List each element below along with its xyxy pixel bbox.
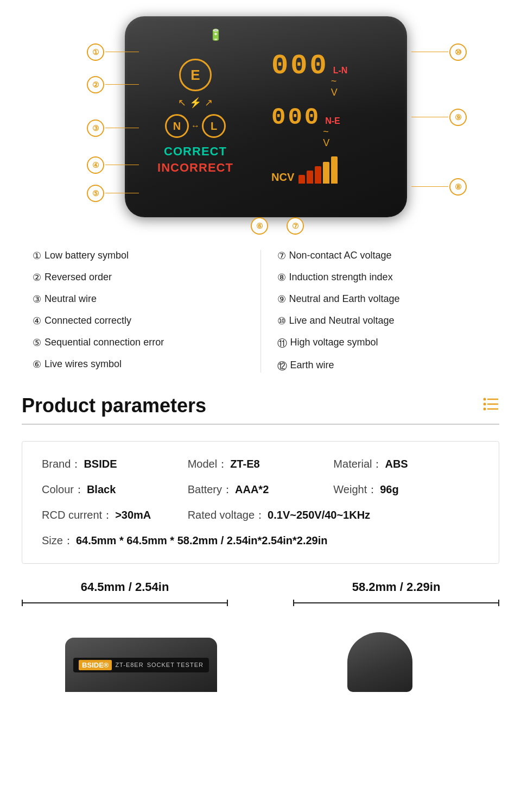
battery-value: AAA*2 [235, 483, 269, 496]
param-voltage: Rated voltage： 0.1V~250V/40~1KHz [188, 508, 479, 523]
label-item-7: ⑦ Non-contact AC voltage [277, 250, 489, 262]
label-num-10: ⑩ [277, 315, 286, 327]
bidirectional-arrow-icon: ↔ [191, 121, 200, 131]
diagram-section: 🔋 E ↖ ⚡ ↗ N ↔ [0, 0, 521, 244]
label-item-1: ① Low battery symbol [33, 250, 244, 262]
battery-label: Battery： [188, 482, 233, 497]
dim-line-right [294, 602, 498, 603]
size-value: 64.5mm * 64.5mm * 58.2mm / 2.54in*2.54in… [76, 534, 328, 547]
l-circle-icon: L [202, 114, 226, 138]
line-5 [105, 193, 139, 193]
brand-value: BSIDE [84, 458, 117, 470]
svg-point-4 [484, 403, 486, 406]
label-item-2: ② Reversed order [33, 272, 244, 284]
label-num-11: ⑪ [277, 337, 287, 350]
bar-2 [307, 171, 313, 184]
label-item-9: ⑨ Neutral and Earth voltage [277, 293, 489, 305]
voltage-ln-digits: 000 [271, 50, 329, 82]
arrow-upright-icon: ↗ [205, 97, 213, 109]
colour-value: Black [87, 483, 116, 496]
dim-block-left: 64.5mm / 2.54in [22, 580, 228, 610]
label-num-5: ⑤ [33, 337, 41, 349]
line-3 [105, 128, 139, 128]
param-model: Model： ZT-E8 [188, 457, 334, 471]
label-num-7: ⑦ [277, 250, 286, 262]
device-badge: BSIDE® ZT-E8ER SOCKET TESTER [73, 658, 209, 672]
weight-value: 96g [380, 483, 398, 496]
label-text-7: Non-contact AC voltage [289, 250, 392, 261]
rcd-label: RCD current： [42, 508, 113, 523]
voltage-label: Rated voltage： [188, 508, 265, 523]
param-weight: Weight： 96g [333, 482, 479, 497]
ne-label: N-E [325, 116, 340, 126]
material-label: Material： [333, 457, 383, 471]
param-battery: Battery： AAA*2 [188, 482, 334, 497]
label-text-2: Reversed order [45, 272, 112, 283]
weight-label: Weight： [333, 482, 378, 497]
device-body-left: BSIDE® ZT-E8ER SOCKET TESTER [65, 638, 217, 692]
line-10 [411, 52, 448, 52]
label-num-6: ⑥ [33, 358, 41, 370]
device-screen: 🔋 E ↖ ⚡ ↗ N ↔ [125, 16, 407, 217]
e-circle-icon: E [179, 59, 212, 91]
dim-arrow-right [293, 600, 499, 606]
brand-label: Brand： [42, 457, 81, 471]
label-text-4: Connected correctly [45, 315, 131, 326]
callout-2: ② [87, 76, 104, 93]
label-text-12: Earth wire [290, 360, 334, 371]
param-material: Material： ABS [333, 457, 479, 471]
lightning-icon: ⚡ [189, 97, 201, 109]
label-text-6: Live wires symbol [45, 358, 122, 370]
correct-text: CORRECT [164, 144, 227, 159]
label-num-3: ③ [33, 293, 41, 305]
params-row-3: RCD current： >30mA Rated voltage： 0.1V~2… [42, 508, 479, 523]
device-images: BSIDE® ZT-E8ER SOCKET TESTER [0, 616, 521, 692]
callout-4: ④ [87, 156, 104, 174]
labels-divider [260, 250, 261, 373]
callout-10: ⑩ [449, 43, 467, 61]
label-item-8: ⑧ Induction strength index [277, 272, 489, 284]
n-circle-icon: N [165, 114, 189, 138]
dim-label-right: 58.2mm / 2.29in [352, 580, 441, 594]
device-wrapper: 🔋 E ↖ ⚡ ↗ N ↔ [54, 11, 467, 239]
device-img-left: BSIDE® ZT-E8ER SOCKET TESTER [22, 616, 260, 692]
arrows-row: ↖ ⚡ ↗ [178, 97, 213, 109]
label-num-4: ④ [33, 315, 41, 327]
svg-point-5 [484, 408, 486, 411]
ln-label: L-N [333, 66, 348, 75]
voltage-ne-unit: ~V [323, 126, 329, 149]
label-item-10: ⑩ Live and Neutral voltage [277, 315, 489, 327]
l-label: L [211, 120, 217, 133]
badge-type: SOCKET TESTER [147, 662, 204, 668]
params-title: Product parameters [22, 394, 206, 417]
bar-4 [323, 162, 329, 184]
dim-label-left: 64.5mm / 2.54in [81, 580, 169, 594]
arrow-upleft-icon: ↖ [178, 97, 186, 109]
params-row-1: Brand： BSIDE Model： ZT-E8 Material： ABS [42, 457, 479, 471]
callout-7: ⑦ [287, 217, 304, 235]
ncv-text: NCV [271, 171, 294, 184]
param-size: Size： 64.5mm * 64.5mm * 58.2mm / 2.54in*… [42, 533, 479, 548]
incorrect-text: INCORRECT [157, 161, 233, 175]
label-item-4: ④ Connected correctly [33, 315, 244, 327]
label-text-8: Induction strength index [289, 272, 393, 283]
model-label: Model： [188, 457, 228, 471]
bar-3 [315, 166, 321, 184]
label-num-1: ① [33, 250, 41, 262]
params-grid: Brand： BSIDE Model： ZT-E8 Material： ABS … [22, 441, 499, 564]
label-item-6: ⑥ Live wires symbol [33, 358, 244, 370]
ncv-row: NCV [271, 156, 402, 184]
voltage-ne-digits: 000 [271, 104, 321, 131]
signal-bars [298, 156, 338, 184]
label-text-10: Live and Neutral voltage [289, 315, 395, 326]
rcd-value: >30mA [115, 509, 151, 521]
label-text-3: Neutral wire [45, 293, 97, 305]
colour-label: Colour： [42, 482, 85, 497]
device-body-right [347, 632, 412, 692]
badge-model: ZT-E8ER [115, 662, 143, 668]
line-1 [105, 52, 139, 52]
svg-point-3 [484, 398, 486, 401]
e-label: E [190, 67, 200, 84]
model-value: ZT-E8 [230, 458, 259, 470]
callout-6: ⑥ [251, 217, 268, 235]
